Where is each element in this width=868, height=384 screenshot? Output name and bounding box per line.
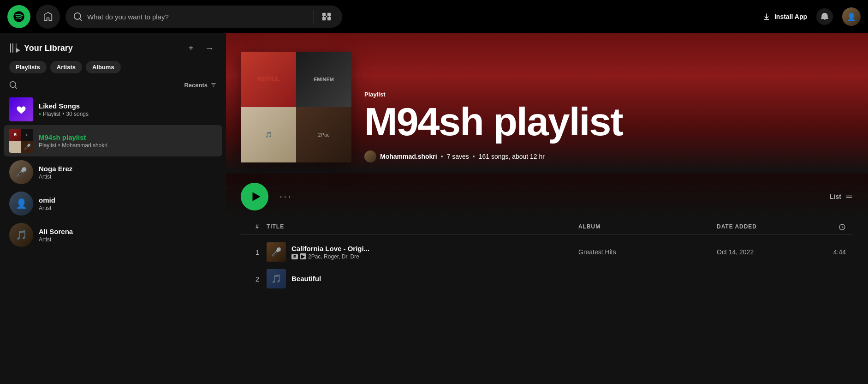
col-duration (809, 223, 846, 231)
artwork-cell-2: EMINEM (296, 52, 351, 107)
list-view-button[interactable]: List (830, 192, 853, 201)
home-button[interactable] (36, 5, 60, 29)
noga-erez-avatar: 🎤 (9, 160, 33, 184)
track-thumb: 🎤 (267, 242, 286, 262)
sidebar: Your Library + → Playlists Artists Album… (0, 33, 226, 384)
playlist-title: M94sh playlist (364, 102, 853, 141)
col-date: Date added (717, 223, 809, 231)
playlist-owner: Mohammad.shokri (380, 153, 437, 160)
liked-songs-thumb (9, 97, 33, 121)
artwork-cell-3: 🎵 (241, 107, 296, 162)
more-options-button[interactable]: ··· (279, 191, 292, 203)
play-button[interactable] (241, 183, 268, 210)
omid-sub: Artist (39, 205, 217, 211)
filter-artists[interactable]: Artists (50, 61, 82, 73)
filter-albums[interactable]: Albums (86, 61, 121, 73)
ali-sorena-avatar: 🎵 (9, 223, 33, 247)
col-album: Album (578, 223, 717, 231)
search-sort-row: Recents (0, 79, 226, 94)
main-content: REFILL EMINEM 🎵 2Pac Playlist M94sh play… (226, 33, 868, 384)
track-list: # Title Album Date added 1 🎤 California … (226, 220, 868, 311)
notifications-button[interactable] (816, 8, 833, 25)
svg-rect-2 (322, 17, 326, 20)
playlist-meta: Mohammad.shokri • 7 saves • 161 songs, a… (364, 150, 853, 162)
liked-songs-sub: ♦ Playlist • 30 songs (39, 111, 217, 117)
main-area: Your Library + → Playlists Artists Album… (0, 33, 868, 384)
track-details: Beautiful (291, 275, 321, 283)
track-info: 🎵 Beautiful (267, 269, 578, 288)
playlist-artwork: REFILL EMINEM 🎵 2Pac (241, 52, 351, 162)
library-search-button[interactable] (9, 81, 18, 89)
playlist-info: Playlist M94sh playlist Mohammad.shokri … (364, 91, 853, 162)
recents-sort-button[interactable]: Recents (184, 82, 217, 89)
track-details: California Love - Origi... E ▶ 2Pac, Rog… (291, 245, 369, 260)
expand-library-button[interactable]: → (202, 41, 217, 55)
m94sh-name: M94sh playlist (39, 133, 217, 141)
track-list-header: # Title Album Date added (241, 220, 853, 235)
search-bar (65, 6, 342, 28)
omid-info: omid Artist (39, 196, 217, 211)
track-thumb: 🎵 (267, 269, 286, 288)
ali-sorena-sub: Artist (39, 236, 217, 243)
search-input[interactable] (87, 13, 309, 21)
playlist-type-label: Playlist (364, 91, 853, 98)
browse-icon-button[interactable] (319, 7, 334, 26)
explicit-badge: E (291, 254, 298, 259)
track-info: 🎤 California Love - Origi... E ▶ 2Pac, R… (267, 242, 578, 262)
playlist-stats: 161 songs, about 12 hr (479, 153, 545, 160)
track-date: Oct 14, 2022 (717, 248, 809, 256)
search-divider (314, 10, 314, 23)
track-number: 1 (248, 248, 267, 256)
track-album: Greatest Hits (578, 248, 717, 256)
noga-erez-name: Noga Erez (39, 165, 217, 173)
liked-songs-info: Liked Songs ♦ Playlist • 30 songs (39, 102, 217, 117)
top-navigation: Install App 👤 (0, 0, 868, 33)
library-item-m94sh[interactable]: R E 🎤 M94sh playlist Playlist • Mohammad… (4, 125, 222, 156)
search-icon (73, 12, 83, 21)
playlist-controls: ··· List (226, 174, 868, 220)
track-name: Beautiful (291, 275, 321, 282)
local-track-icon: ▶ (300, 253, 306, 259)
track-name: California Love - Origi... (291, 245, 369, 252)
m94sh-info: M94sh playlist Playlist • Mohammad.shokr… (39, 133, 217, 149)
library-item-ali-sorena[interactable]: 🎵 Ali Sorena Artist (4, 219, 222, 251)
green-dot: ♦ (39, 111, 41, 116)
noga-erez-info: Noga Erez Artist (39, 165, 217, 180)
add-library-button[interactable]: + (184, 41, 198, 55)
svg-rect-0 (322, 13, 326, 16)
filter-row: Playlists Artists Albums (0, 61, 226, 79)
artwork-cell-4: 2Pac (296, 107, 351, 162)
svg-rect-1 (327, 13, 331, 16)
omid-avatar: 👤 (9, 192, 33, 216)
library-icon (9, 42, 20, 54)
sidebar-title: Your Library (24, 43, 180, 53)
svg-rect-3 (327, 17, 331, 20)
filter-playlists[interactable]: Playlists (9, 61, 47, 73)
library-item-noga-erez[interactable]: 🎤 Noga Erez Artist (4, 156, 222, 188)
playlist-saves: 7 saves (447, 153, 469, 160)
playlist-hero: REFILL EMINEM 🎵 2Pac Playlist M94sh play… (226, 33, 868, 174)
library-list: Liked Songs ♦ Playlist • 30 songs R E 🎤 (0, 94, 226, 384)
track-number: 2 (248, 275, 267, 283)
liked-songs-name: Liked Songs (39, 102, 217, 110)
artwork-cell-1: REFILL (241, 52, 296, 107)
table-row[interactable]: 2 🎵 Beautiful (241, 265, 853, 292)
m94sh-thumb: R E 🎤 (9, 129, 33, 153)
omid-name: omid (39, 196, 217, 204)
owner-avatar (364, 150, 376, 162)
library-item-omid[interactable]: 👤 omid Artist (4, 188, 222, 219)
spotify-logo[interactable] (7, 5, 30, 28)
noga-erez-sub: Artist (39, 174, 217, 180)
ali-sorena-name: Ali Sorena (39, 228, 217, 235)
m94sh-sub: Playlist • Mohammad.shokri (39, 142, 217, 149)
track-artist: E ▶ 2Pac, Roger, Dr. Dre (291, 253, 369, 260)
user-avatar[interactable]: 👤 (842, 7, 861, 26)
sidebar-header: Your Library + → (0, 33, 226, 61)
ali-sorena-info: Ali Sorena Artist (39, 228, 217, 243)
table-row[interactable]: 1 🎤 California Love - Origi... E ▶ 2Pac,… (241, 239, 853, 265)
col-num: # (248, 223, 267, 231)
nav-right: Install App 👤 (762, 7, 861, 26)
track-duration: 4:44 (809, 248, 846, 256)
install-app-button[interactable]: Install App (762, 12, 807, 21)
library-item-liked-songs[interactable]: Liked Songs ♦ Playlist • 30 songs (4, 94, 222, 125)
